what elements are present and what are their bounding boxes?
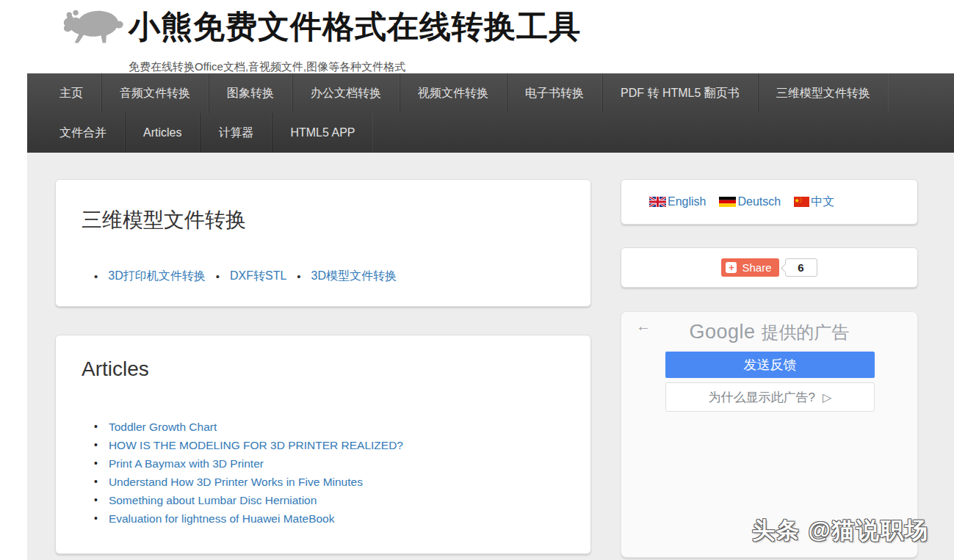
adchoices-icon: ▷ [823,390,831,404]
nav-item[interactable]: HTML5 APP [272,113,373,153]
nav-item[interactable]: 三维模型文件转换 [758,73,889,113]
article-link[interactable]: Something about Lumbar Disc Herniation [109,491,317,509]
article-link[interactable]: Toddler Growth Chart [109,418,217,436]
share-panel: + Share 6 [621,247,918,288]
nav-item[interactable]: 图象转换 [209,73,292,113]
ad-provider-suffix: 提供的广告 [762,322,850,342]
site-subtitle: 免费在线转换Office文档,音视频文件,图像等各种文件格式 [129,60,405,74]
list-item: Understand How 3D Printer Works in Five … [94,473,590,491]
article-link[interactable]: Understand How 3D Printer Works in Five … [109,473,363,491]
list-item: Evaluation for lightness of Huawei MateB… [94,509,590,528]
article-link[interactable]: Print A Baymax with 3D Printer [109,454,264,473]
site-header: 小熊免费文件格式在线转换工具 免费在线转换Office文档,音视频文件,图像等各… [0,0,954,73]
language-link-deutsch[interactable]: Deutsch [719,195,781,208]
list-item: 3D模型文件转换 [297,269,397,284]
list-item: 3D打印机文件转换 [94,269,206,284]
ad-provider-label: Google提供的广告 [621,321,917,344]
list-item: HOW IS THE MODELING FOR 3D PRINTER REALI… [94,436,590,454]
send-feedback-button[interactable]: 发送反馈 [665,352,875,378]
list-item: Toddler Growth Chart [94,418,590,436]
germany-flag-icon [719,197,737,207]
model-conversion-panel: 三维模型文件转换 3D打印机文件转换DXF转STL3D模型文件转换 [55,179,591,307]
toutiao-watermark: 头条 @猫说职场 [752,515,929,546]
language-link-chinese[interactable]: 中文 [794,194,834,210]
nav-row-1: 主页音频文件转换图象转换办公文档转换视频文件转换电子书转换PDF 转 HTML5… [27,73,954,113]
model-conversion-link[interactable]: 3D打印机文件转换 [108,269,205,284]
plus-icon: + [726,262,737,273]
share-count-value: 6 [798,261,803,274]
language-label: 中文 [811,194,834,210]
nav-item[interactable]: PDF 转 HTML5 翻页书 [602,73,758,113]
why-this-ad-label: 为什么显示此广告? [709,389,815,406]
bear-logo-icon [62,1,126,48]
model-conversion-link[interactable]: 3D模型文件转换 [311,269,397,284]
language-label: Deutsch [737,195,781,208]
share-button[interactable]: + Share [721,258,778,277]
nav-item[interactable]: 主页 [42,73,101,113]
language-label: English [668,195,706,208]
article-link[interactable]: HOW IS THE MODELING FOR 3D PRINTER REALI… [109,436,403,454]
nav-item[interactable]: 办公文档转换 [292,73,400,113]
model-conversion-link[interactable]: DXF转STL [230,269,286,284]
articles-panel-title: Articles [56,335,590,381]
nav-item[interactable]: Articles [125,113,200,153]
list-item: Print A Baymax with 3D Printer [94,454,590,473]
share-button-label: Share [742,261,771,274]
language-panel: English Deutsch [621,179,918,225]
share-count-badge: 6 [785,258,817,277]
model-links-list: 3D打印机文件转换DXF转STL3D模型文件转换 [94,269,590,284]
nav-item[interactable]: 文件合并 [42,113,125,153]
language-link-english[interactable]: English [649,195,706,208]
page: 小熊免费文件格式在线转换工具 免费在线转换Office文档,音视频文件,图像等各… [0,0,954,560]
list-item: DXF转STL [216,269,287,284]
uk-flag-icon [649,197,668,207]
model-panel-title: 三维模型文件转换 [56,180,590,234]
why-this-ad-button[interactable]: 为什么显示此广告? ▷ [665,382,875,412]
main-nav: 主页音频文件转换图象转换办公文档转换视频文件转换电子书转换PDF 转 HTML5… [27,73,954,153]
back-arrow-icon[interactable]: ← [636,318,651,335]
nav-item[interactable]: 计算器 [200,113,272,153]
google-logo-text: Google [689,321,755,343]
articles-panel: Articles Toddler Growth ChartHOW IS THE … [55,335,591,554]
site-title: 小熊免费文件格式在线转换工具 [129,6,581,48]
china-flag-icon [794,197,811,207]
nav-item[interactable]: 电子书转换 [507,73,602,113]
articles-list: Toddler Growth ChartHOW IS THE MODELING … [94,418,590,528]
nav-row-2: 文件合并Articles计算器HTML5 APP [27,113,954,153]
nav-item[interactable]: 音频文件转换 [101,73,209,113]
list-item: Something about Lumbar Disc Herniation [94,491,590,509]
article-link[interactable]: Evaluation for lightness of Huawei MateB… [109,509,335,528]
nav-item[interactable]: 视频文件转换 [400,73,507,113]
